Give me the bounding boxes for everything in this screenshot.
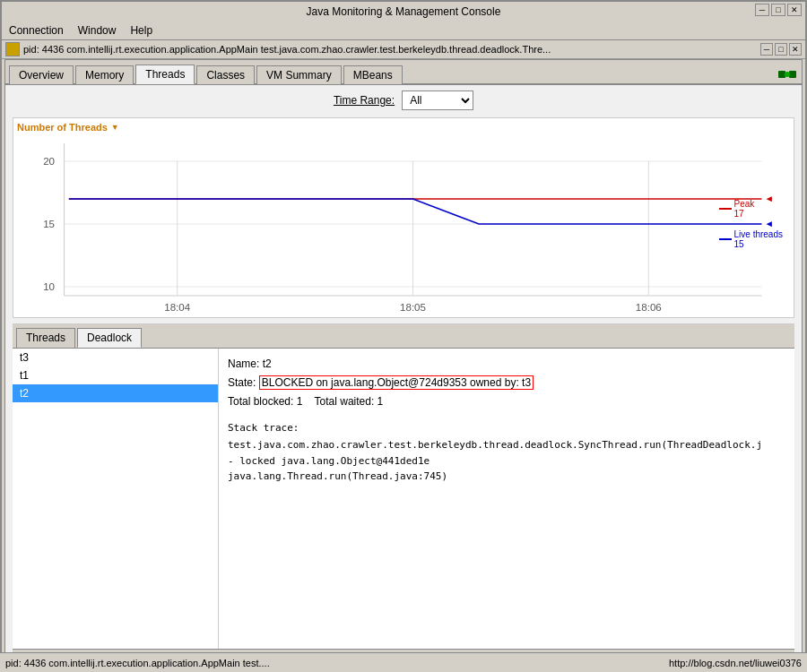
stack-trace: Stack trace: test.java.com.zhao.crawler.… bbox=[228, 420, 785, 485]
app-icon bbox=[5, 42, 20, 56]
tab-classes[interactable]: Classes bbox=[196, 65, 255, 84]
bottom-tab-threads[interactable]: Threads bbox=[16, 328, 75, 348]
svg-rect-1 bbox=[789, 71, 796, 78]
peak-legend-line bbox=[719, 208, 732, 210]
status-left: pid: 4436 com.intellij.rt.execution.appl… bbox=[5, 658, 270, 668]
status-bar: pid: 4436 com.intellij.rt.execution.appl… bbox=[0, 652, 807, 672]
chart-legend: Peak 17 Live threads 15 bbox=[719, 199, 783, 249]
live-legend-line bbox=[719, 238, 732, 240]
menu-help[interactable]: Help bbox=[126, 23, 156, 38]
blocked-value: 1 bbox=[297, 395, 303, 408]
minimize-button[interactable]: ─ bbox=[755, 4, 769, 16]
menu-connection[interactable]: Connection bbox=[5, 23, 67, 38]
chart-dropdown-icon[interactable]: ▼ bbox=[111, 123, 119, 132]
tab-memory[interactable]: Memory bbox=[75, 65, 134, 84]
name-value: t2 bbox=[263, 358, 272, 370]
tab-mbeans[interactable]: MBeans bbox=[343, 65, 403, 84]
state-value: BLOCKED on java.lang.Object@724d9353 own… bbox=[259, 375, 534, 390]
stack-line-3: java.lang.Thread.run(Thread.java:745) bbox=[228, 469, 785, 485]
top-tab-bar: Overview Memory Threads Classes VM Summa… bbox=[5, 60, 802, 85]
svg-text:10: 10 bbox=[43, 281, 55, 292]
title-bar: Java Monitoring & Management Console ─ □… bbox=[2, 2, 805, 22]
svg-point-3 bbox=[785, 72, 790, 77]
pid-close-button[interactable]: ✕ bbox=[789, 43, 802, 56]
thread-state-row: State: BLOCKED on java.lang.Object@724d9… bbox=[228, 375, 785, 392]
state-label: State: bbox=[228, 376, 256, 389]
main-window: Overview Memory Threads Classes VM Summa… bbox=[4, 59, 803, 668]
thread-detail-panel: t3 t1 t2 Name: t2 State: BLOCKED on java… bbox=[13, 349, 794, 649]
svg-text:15: 15 bbox=[43, 219, 55, 229]
thread-list[interactable]: t3 t1 t2 bbox=[13, 349, 219, 649]
pid-bar: pid: 4436 com.intellij.rt.execution.appl… bbox=[2, 40, 805, 59]
chart-section: Number of Threads ▼ 20 bbox=[13, 117, 794, 318]
tab-vm-summary[interactable]: VM Summary bbox=[256, 65, 342, 84]
waited-value: 1 bbox=[377, 395, 384, 408]
window-title: Java Monitoring & Management Console bbox=[307, 5, 501, 18]
connect-icon bbox=[777, 65, 798, 83]
thread-blocked-row: Total blocked: 1 Total waited: 1 bbox=[228, 393, 785, 410]
bottom-tab-bar: Threads Deadlock bbox=[13, 324, 794, 349]
bottom-tab-deadlock[interactable]: Deadlock bbox=[77, 328, 142, 348]
stack-trace-label: Stack trace: bbox=[228, 420, 785, 436]
blocked-label: Total blocked: bbox=[228, 395, 293, 408]
waited-label: Total waited: bbox=[315, 395, 375, 408]
thread-item-t1[interactable]: t1 bbox=[13, 366, 218, 384]
threads-content: Time Range: All 1 min 5 min 10 min 30 mi… bbox=[5, 85, 802, 667]
tab-threads[interactable]: Threads bbox=[135, 65, 195, 84]
chart-area: 20 15 10 18:04 18:05 18:06 bbox=[17, 134, 790, 314]
stack-line-2: - locked java.lang.Object@441ded1e bbox=[228, 453, 785, 470]
peak-legend-label: Peak 17 bbox=[734, 199, 755, 219]
name-label: Name: bbox=[228, 358, 259, 370]
svg-text:18:05: 18:05 bbox=[400, 302, 426, 313]
menu-window[interactable]: Window bbox=[74, 23, 120, 38]
maximize-button[interactable]: □ bbox=[771, 4, 785, 16]
svg-text:18:04: 18:04 bbox=[164, 302, 190, 313]
svg-rect-0 bbox=[778, 71, 785, 78]
thread-item-t2[interactable]: t2 bbox=[13, 384, 218, 402]
thread-item-t3[interactable]: t3 bbox=[13, 349, 218, 366]
tab-overview[interactable]: Overview bbox=[9, 65, 74, 84]
menu-bar: Connection Window Help bbox=[2, 22, 805, 40]
stack-line-1: test.java.com.zhao.crawler.test.berkeley… bbox=[228, 437, 785, 453]
thread-detail: Name: t2 State: BLOCKED on java.lang.Obj… bbox=[219, 349, 794, 649]
time-range-select[interactable]: All 1 min 5 min 10 min 30 min bbox=[402, 90, 473, 110]
live-legend-label: Live threads 15 bbox=[734, 229, 783, 249]
chart-title: Number of Threads ▼ bbox=[17, 122, 790, 133]
pid-text: pid: 4436 com.intellij.rt.execution.appl… bbox=[23, 44, 551, 55]
status-right: http://blog.csdn.net/liuwei0376 bbox=[669, 658, 802, 668]
thread-name-row: Name: t2 bbox=[228, 356, 785, 373]
svg-text:20: 20 bbox=[43, 156, 55, 167]
pid-minimize-button[interactable]: ─ bbox=[760, 43, 773, 56]
time-range-label: Time Range: bbox=[334, 94, 395, 107]
pid-maximize-button[interactable]: □ bbox=[775, 43, 787, 56]
bottom-section: Threads Deadlock t3 t1 t2 Name: t2 bbox=[13, 323, 794, 661]
close-button[interactable]: ✕ bbox=[787, 4, 802, 16]
time-range-row: Time Range: All 1 min 5 min 10 min 30 mi… bbox=[13, 90, 794, 110]
svg-text:18:06: 18:06 bbox=[636, 302, 662, 313]
